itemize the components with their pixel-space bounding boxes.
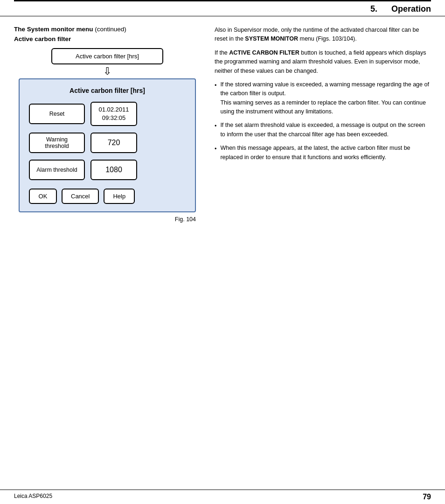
list-item: • If the set alarm threshold value is ex… (215, 121, 431, 139)
dialog-row-alarm: Alarm threshold 1080 (29, 160, 186, 180)
warning-threshold-value-display: 720 (90, 133, 137, 153)
fig-caption: Fig. 104 (14, 216, 201, 223)
bullet-icon: • (215, 122, 216, 139)
dialog-title: Active carbon filter [hrs] (29, 87, 186, 94)
reset-label-text: Reset (49, 111, 65, 117)
right-para-1-bold: SYSTEM MONITOR (245, 35, 298, 42)
reset-label-button: Reset (29, 104, 85, 124)
left-column: The System monitor menu (continued) Acti… (14, 26, 201, 223)
right-para-2: If the ACTIVE CARBON FILTER button is to… (215, 49, 431, 76)
footer-brand: Leica ASP6025 (14, 493, 52, 501)
list-item: • If the stored warning value is exceede… (215, 80, 431, 117)
reset-date-value: 01.02.201109:32:05 (98, 105, 129, 122)
warning-threshold-label-text: Warningthreshold (45, 136, 69, 149)
subsection-title: Active carbon filter (14, 35, 201, 42)
ok-button[interactable]: OK (29, 189, 57, 204)
footer-page-number: 79 (423, 493, 431, 501)
page-header: 5. Operation (0, 1, 445, 16)
reset-value-display: 01.02.201109:32:05 (90, 102, 137, 126)
header-section-number: 5. (370, 4, 377, 14)
bullet-list: • If the stored warning value is exceede… (215, 80, 431, 162)
section-heading-bold: The System monitor menu (14, 26, 93, 33)
dialog-row-reset: Reset 01.02.201109:32:05 (29, 102, 186, 126)
dialog-box: Active carbon filter [hrs] Reset 01.02.2… (19, 78, 196, 212)
warning-threshold-value-text: 720 (108, 139, 120, 147)
alarm-threshold-label-text: Alarm threshold (36, 167, 77, 173)
help-button[interactable]: Help (104, 189, 135, 204)
warning-threshold-label-button: Warningthreshold (29, 133, 85, 153)
section-heading: The System monitor menu (continued) (14, 26, 201, 33)
right-column: Also in Supervisor mode, only the runtim… (215, 26, 431, 223)
active-carbon-filter-button[interactable]: Active carbon filter [hrs] (51, 48, 163, 64)
alarm-threshold-label-button: Alarm threshold (29, 160, 85, 180)
right-para-2-bold: ACTIVE CARBON FILTER (229, 49, 299, 56)
dialog-row-warning: Warningthreshold 720 (29, 133, 186, 153)
cancel-button[interactable]: Cancel (62, 189, 99, 204)
right-para-1: Also in Supervisor mode, only the runtim… (215, 26, 431, 44)
arrow-down-icon: ⇩ (103, 66, 111, 77)
header-section-title: Operation (391, 4, 431, 14)
bullet-text-2: If the set alarm threshold value is exce… (220, 121, 431, 139)
section-heading-cont: (continued) (95, 26, 126, 33)
header-title: 5. Operation (370, 4, 431, 14)
ui-mock: Active carbon filter [hrs] ⇩ Active carb… (14, 48, 201, 212)
bullet-icon: • (215, 81, 216, 117)
page-footer: Leica ASP6025 79 (0, 490, 445, 504)
dialog-bottom-buttons: OK Cancel Help (29, 189, 186, 204)
list-item: • When this message appears, at the late… (215, 144, 431, 162)
right-para-2-start: If the (215, 49, 229, 56)
bullet-icon: • (215, 145, 216, 162)
alarm-threshold-value-text: 1080 (105, 166, 122, 174)
alarm-threshold-value-display: 1080 (90, 160, 137, 180)
bullet-text-1: If the stored warning value is exceeded,… (220, 80, 431, 117)
right-para-1-end: menu (Figs. 103/104). (298, 35, 357, 42)
bullet-text-3: When this message appears, at the latest… (220, 144, 431, 162)
content-area: The System monitor menu (continued) Acti… (0, 16, 445, 232)
